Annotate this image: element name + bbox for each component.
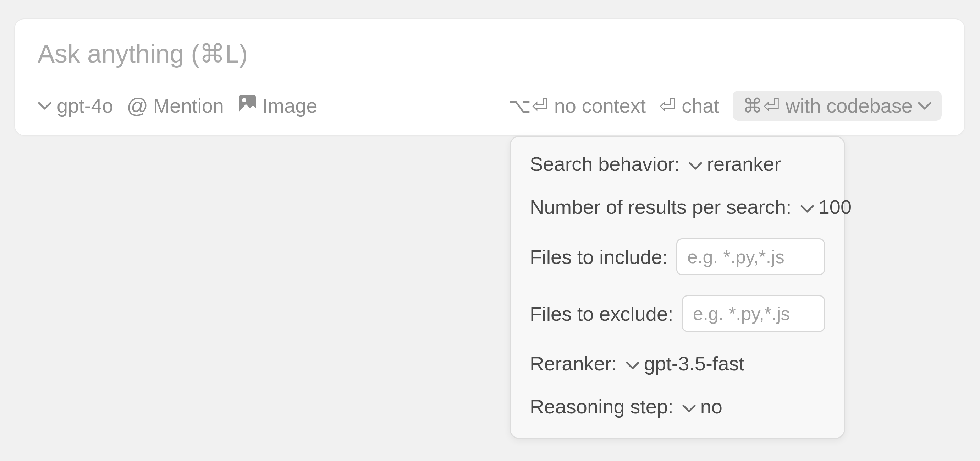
search-behavior-label: Search behavior: [530, 152, 680, 175]
image-icon [237, 93, 257, 118]
image-button[interactable]: Image [237, 93, 318, 118]
model-selector[interactable]: gpt-4o [38, 94, 113, 117]
chat-label: chat [682, 94, 719, 117]
mention-label: Mention [153, 94, 224, 117]
reranker-value: gpt-3.5-fast [644, 352, 745, 375]
reasoning-step-value: no [700, 395, 722, 418]
reasoning-step-select[interactable]: no [682, 395, 722, 418]
reasoning-step-row: Reasoning step: no [530, 395, 825, 418]
results-per-search-value: 100 [819, 195, 851, 219]
files-include-input[interactable] [676, 238, 825, 275]
svg-point-1 [242, 98, 246, 102]
chat-button[interactable]: ⏎ chat [659, 94, 719, 117]
with-codebase-kbd: ⌘⏎ [743, 94, 781, 117]
with-codebase-button[interactable]: ⌘⏎ with codebase [733, 91, 942, 121]
no-context-button[interactable]: ⌥⏎ no context [508, 94, 646, 117]
chevron-down-icon [800, 195, 814, 219]
files-exclude-input[interactable] [682, 295, 825, 332]
codebase-settings-panel: Search behavior: reranker Number of resu… [509, 136, 845, 439]
reranker-label: Reranker: [530, 352, 617, 375]
search-behavior-select[interactable]: reranker [688, 152, 781, 175]
prompt-card: gpt-4o @ Mention Image ⌥⏎ no [14, 19, 965, 136]
chevron-down-icon [918, 101, 932, 111]
search-behavior-value: reranker [707, 152, 781, 175]
files-exclude-row: Files to exclude: [530, 295, 825, 332]
chevron-down-icon [688, 152, 703, 175]
image-label: Image [262, 94, 318, 117]
no-context-kbd: ⌥⏎ [508, 94, 549, 117]
results-per-search-row: Number of results per search: 100 [530, 195, 825, 219]
files-exclude-label: Files to exclude: [530, 302, 673, 325]
reranker-select[interactable]: gpt-3.5-fast [625, 352, 745, 375]
files-include-row: Files to include: [530, 238, 825, 275]
chevron-down-icon [625, 352, 640, 375]
chat-kbd: ⏎ [659, 94, 677, 117]
results-per-search-select[interactable]: 100 [800, 195, 851, 219]
results-per-search-label: Number of results per search: [530, 195, 792, 219]
at-icon: @ [127, 93, 148, 118]
with-codebase-label: with codebase [786, 94, 913, 117]
reranker-row: Reranker: gpt-3.5-fast [530, 352, 825, 375]
chevron-down-icon [38, 101, 52, 111]
chevron-down-icon [682, 395, 696, 418]
files-include-label: Files to include: [530, 246, 668, 268]
model-label: gpt-4o [57, 94, 113, 117]
prompt-toolbar: gpt-4o @ Mention Image ⌥⏎ no [38, 91, 942, 121]
search-behavior-row: Search behavior: reranker [530, 152, 825, 175]
no-context-label: no context [554, 94, 646, 117]
prompt-input[interactable] [38, 39, 942, 68]
mention-button[interactable]: @ Mention [127, 93, 224, 118]
reasoning-step-label: Reasoning step: [530, 395, 673, 418]
